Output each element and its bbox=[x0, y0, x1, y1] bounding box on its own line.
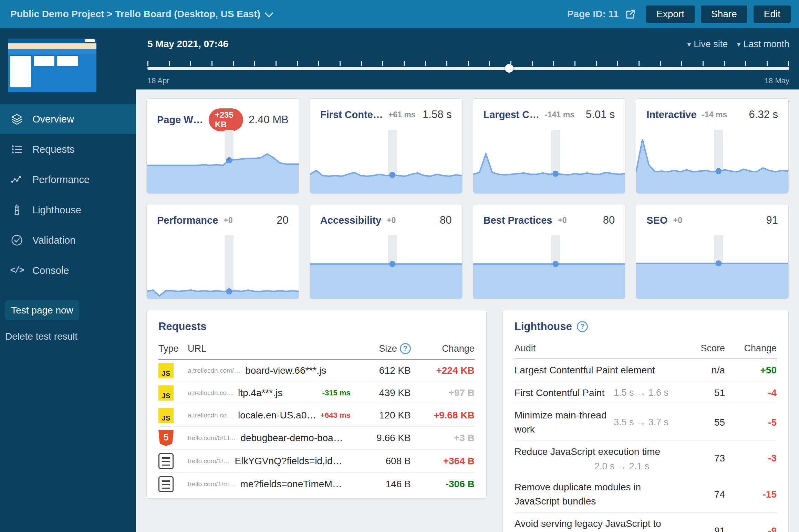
sidebar-item-label: Lighthouse bbox=[32, 204, 81, 216]
sidebar: Overview Requests Performance Lighthouse bbox=[0, 28, 136, 532]
metric-card-seo-score[interactable]: SEO +0 91 bbox=[636, 204, 789, 299]
sidebar-item-console[interactable]: </> Console bbox=[0, 255, 136, 286]
card-value: 5.01 s bbox=[586, 108, 615, 121]
metric-card-interactive[interactable]: Interactive -14 ms 6.32 s bbox=[636, 98, 789, 194]
caret-down-icon: ▾ bbox=[737, 40, 740, 49]
sidebar-item-lighthouse[interactable]: Lighthouse bbox=[0, 195, 136, 225]
audit-score: 74 bbox=[684, 489, 725, 500]
sparkline-chart bbox=[636, 235, 788, 299]
request-size: 9.66 KB bbox=[361, 433, 411, 444]
sidebar-item-label: Validation bbox=[32, 235, 75, 246]
html-file-icon bbox=[158, 430, 174, 446]
audit-score: n/a bbox=[684, 365, 725, 376]
card-change: +61 ms bbox=[388, 110, 416, 119]
audit-row[interactable]: Minimize main-thread work 3.5 s → 3.7 s … bbox=[515, 404, 777, 441]
request-row[interactable]: trello.com/1/… ElkYGVnQ?fields=id,id… 60… bbox=[158, 450, 475, 473]
sidebar-item-validation[interactable]: Validation bbox=[0, 225, 136, 255]
date-range-label: Last month bbox=[743, 39, 789, 50]
edit-button[interactable]: Edit bbox=[754, 6, 791, 23]
metric-card-accessibility-score[interactable]: Accessibility +0 80 bbox=[310, 204, 463, 299]
metric-card-page-weight[interactable]: Page W… +235 KB 2.40 MB bbox=[146, 98, 299, 194]
slider-knob[interactable] bbox=[505, 64, 513, 73]
request-row[interactable]: trello.com/1/m… me?fields=oneTimeM… 146 … bbox=[158, 473, 475, 496]
request-change: +224 KB bbox=[411, 365, 475, 376]
request-url: ElkYGVnQ?fields=id,id… bbox=[235, 456, 342, 467]
external-link-icon[interactable] bbox=[625, 8, 636, 20]
card-title: Best Practices bbox=[484, 215, 552, 226]
card-value: 1.58 s bbox=[423, 108, 452, 121]
metric-card-performance-score[interactable]: Performance +0 20 bbox=[146, 204, 299, 299]
audit-row[interactable]: Remove duplicate modules in JavaScript b… bbox=[515, 476, 777, 513]
live-site-dropdown[interactable]: ▾ Live site bbox=[687, 39, 728, 50]
audit-score: 73 bbox=[684, 453, 725, 464]
card-title: SEO bbox=[646, 215, 667, 226]
sparkline-chart bbox=[636, 130, 788, 193]
thumbnail-navbar bbox=[8, 39, 96, 43]
metric-card-first-contentful-paint[interactable]: First Conte… +61 ms 1.58 s bbox=[310, 98, 463, 194]
audit-row[interactable]: Largest Contentful Paint element n/a +50 bbox=[515, 359, 777, 382]
sidebar-item-performance[interactable]: Performance bbox=[0, 164, 136, 195]
delete-test-result-link[interactable]: Delete test result bbox=[5, 331, 77, 342]
change-column-header: Change bbox=[725, 343, 777, 354]
request-domain: trello.com/1/m… bbox=[188, 480, 235, 488]
sidebar-item-requests[interactable]: Requests bbox=[0, 134, 136, 164]
scatter-icon bbox=[10, 173, 23, 186]
test-page-now-button[interactable]: Test page now bbox=[5, 300, 79, 320]
audit-score: 91 bbox=[684, 525, 725, 532]
card-title: Accessibility bbox=[320, 215, 381, 226]
document-file-icon bbox=[158, 453, 174, 469]
request-row[interactable]: trello.com/b/El… debugbear-demo-boa… 9.6… bbox=[158, 427, 475, 450]
audit-row[interactable]: Avoid serving legacy JavaScript to moder… bbox=[515, 513, 777, 532]
request-row[interactable]: a.trellocdn.co… ltp.4a***.js -315 ms 439… bbox=[158, 382, 475, 404]
range-end-label: 18 May bbox=[765, 76, 789, 85]
request-size: 612 KB bbox=[361, 365, 411, 376]
share-button[interactable]: Share bbox=[701, 6, 747, 23]
javascript-file-icon bbox=[158, 363, 174, 378]
lighthouse-panel-title: Lighthouse bbox=[515, 320, 572, 333]
thumbnail-banner bbox=[8, 43, 96, 49]
sidebar-item-overview[interactable]: Overview bbox=[0, 104, 136, 134]
request-change: +364 B bbox=[411, 456, 475, 467]
export-button[interactable]: Export bbox=[646, 6, 695, 23]
audit-change: -3 bbox=[725, 453, 777, 464]
request-row[interactable]: a.trellocdn.com/… board-view.66***.js 61… bbox=[158, 360, 475, 382]
metric-card-largest-contentful-paint[interactable]: Largest C… -141 ms 5.01 s bbox=[473, 98, 626, 194]
thumbnail-list bbox=[10, 56, 31, 87]
metric-card-best-practices-score[interactable]: Best Practices +0 80 bbox=[473, 204, 626, 299]
audit-column-header: Audit bbox=[515, 343, 684, 354]
request-size: 120 KB bbox=[361, 410, 411, 421]
sidebar-item-label: Requests bbox=[32, 144, 75, 155]
thumbnail-board-header bbox=[8, 49, 96, 54]
request-timing: +643 ms bbox=[316, 411, 361, 420]
help-icon[interactable]: ? bbox=[400, 343, 411, 354]
type-column-header: Type bbox=[158, 343, 188, 354]
metric-cards-row-1: Page W… +235 KB 2.40 MB First Conte… +61… bbox=[146, 98, 789, 194]
card-title: Performance bbox=[157, 215, 218, 226]
request-url: debugbear-demo-boa… bbox=[240, 433, 343, 444]
request-size: 608 B bbox=[361, 456, 411, 467]
breadcrumb[interactable]: Public Demo Project > Trello Board (Desk… bbox=[10, 9, 272, 20]
request-row[interactable]: a.trellocdn.co… locale.en-US.a0… +643 ms… bbox=[158, 404, 475, 427]
audit-change: -15 bbox=[725, 489, 777, 500]
request-size: 146 B bbox=[361, 479, 411, 490]
card-value: 80 bbox=[603, 214, 615, 226]
date-range-dropdown[interactable]: ▾ Last month bbox=[737, 39, 789, 50]
audit-row[interactable]: Reduce JavaScript execution time 2.0 s →… bbox=[515, 441, 777, 476]
sparkline-chart bbox=[310, 130, 462, 193]
audit-title: Largest Contentful Paint element bbox=[515, 363, 668, 377]
sparkline-chart bbox=[473, 235, 625, 299]
card-change: +0 bbox=[387, 216, 396, 225]
request-change: +97 B bbox=[411, 387, 475, 398]
score-column-header: Score bbox=[684, 343, 725, 354]
sidebar-item-label: Performance bbox=[32, 174, 90, 185]
help-icon[interactable]: ? bbox=[577, 321, 588, 332]
list-icon bbox=[10, 143, 23, 156]
slider-track[interactable] bbox=[147, 67, 789, 70]
audit-row[interactable]: First Contentful Paint 1.5 s → 1.6 s 51 … bbox=[515, 382, 777, 405]
card-value: 91 bbox=[766, 214, 778, 226]
live-site-label: Live site bbox=[694, 39, 728, 50]
history-slider[interactable] bbox=[147, 61, 789, 75]
code-icon: </> bbox=[10, 264, 23, 277]
size-column-header: Size bbox=[379, 343, 397, 354]
lighthouse-table-header: Audit Score Change bbox=[515, 333, 777, 359]
